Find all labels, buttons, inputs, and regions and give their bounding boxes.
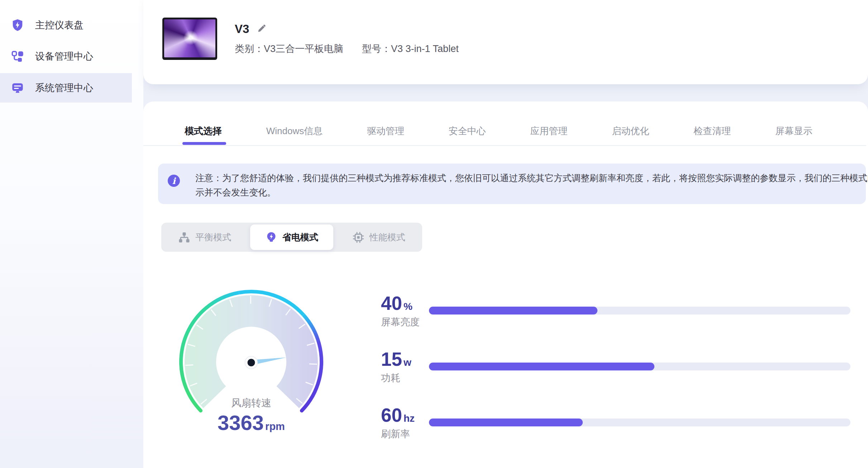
notice-text-line2: 示并不会发生变化。 [195,186,276,198]
device-thumbnail [162,18,217,60]
metric-value: 15w [381,349,411,370]
sidebar-item-system[interactable]: 系统管理中心 [0,73,132,103]
mode-label: 省电模式 [282,231,318,243]
power-progress-fill [429,363,654,370]
app-window: 主控仪表盘 设备管理中心 系统管 [0,0,868,468]
mode-label: 性能模式 [369,231,405,243]
active-tab-underline [182,142,226,145]
metric-label: 屏幕亮度 [381,316,420,328]
metric-value: 60hz [381,405,415,426]
notice-banner: i 注意：为了您舒适的体验，我们提供的三种模式为推荐标准模式，您依旧可以通过系统… [158,164,866,204]
device-nodes-icon [11,49,24,63]
tab-divider [143,145,866,146]
metric-label: 刷新率 [381,428,410,440]
tab-windows-info[interactable]: Windows信息 [266,125,323,137]
device-category: 类别：V3三合一平板电脑 [235,42,343,55]
fan-rpm-unit: rpm [265,421,285,432]
sidebar-item-dashboard[interactable]: 主控仪表盘 [0,10,132,40]
tab-check-clean[interactable]: 检查清理 [693,125,731,137]
mode-label: 平衡模式 [195,231,231,243]
brightness-progress-fill [429,307,597,315]
sidebar-item-label: 系统管理中心 [35,81,93,94]
mode-power-saving-button[interactable]: 省电模式 [248,223,335,252]
refresh-progress-track [429,419,850,426]
metric-brightness: 40% 屏幕亮度 [381,293,858,333]
gauge-hub-dot [248,359,255,367]
mode-performance-button[interactable]: 性能模式 [335,223,422,252]
metric-refresh-rate: 60hz 刷新率 [381,405,858,445]
shield-bolt-icon [11,18,24,32]
tab-screen-display[interactable]: 屏幕显示 [775,125,812,137]
gauge-band [185,295,318,408]
device-header-card: V3 类别：V3三合一平板电脑 型号：V3 3-in-1 Tablet [143,0,868,84]
device-model: 型号：V3 3-in-1 Tablet [362,42,459,55]
power-progress-track [429,363,850,370]
device-wallpaper [164,19,215,57]
notice-text-line1: 注意：为了您舒适的体验，我们提供的三种模式为推荐标准模式，您依旧可以通过系统其它… [195,172,868,184]
refresh-progress-fill [429,419,583,426]
mode-balanced-button[interactable]: 平衡模式 [161,223,248,252]
monitor-icon [11,81,24,95]
system-panel-card: 模式选择 Windows信息 驱动管理 安全中心 应用管理 启动优化 检查清理 … [143,101,868,468]
tab-security-center[interactable]: 安全中心 [449,125,486,137]
bulb-bolt-icon [265,231,277,244]
mode-segmented-control: 平衡模式 省电模式 [161,223,422,252]
sidebar-item-label: 设备管理中心 [35,50,93,63]
fan-rpm-value: 3363 [218,411,264,435]
tab-startup-optimization[interactable]: 启动优化 [612,125,649,137]
metric-label: 功耗 [381,372,400,384]
tab-mode-select[interactable]: 模式选择 [185,125,222,137]
device-name: V3 [235,22,249,36]
cpu-icon [352,231,364,244]
brightness-progress-track [429,307,850,315]
sidebar-item-label: 主控仪表盘 [35,19,84,32]
tab-app-management[interactable]: 应用管理 [530,125,568,137]
tab-bar: 模式选择 Windows信息 驱动管理 安全中心 应用管理 启动优化 检查清理 … [185,123,812,139]
info-icon: i [168,175,180,187]
edit-pencil-icon[interactable] [256,23,267,35]
gauge-label: 风扇转速 [180,396,323,410]
tab-driver-management[interactable]: 驱动管理 [367,125,404,137]
metric-power: 15w 功耗 [381,349,858,389]
gauge-value: 3363 rpm [180,411,323,435]
sidebar: 主控仪表盘 设备管理中心 系统管 [0,0,143,468]
sidebar-item-devices[interactable]: 设备管理中心 [0,42,132,71]
sitemap-icon [178,231,190,244]
metric-value: 40% [381,293,412,314]
